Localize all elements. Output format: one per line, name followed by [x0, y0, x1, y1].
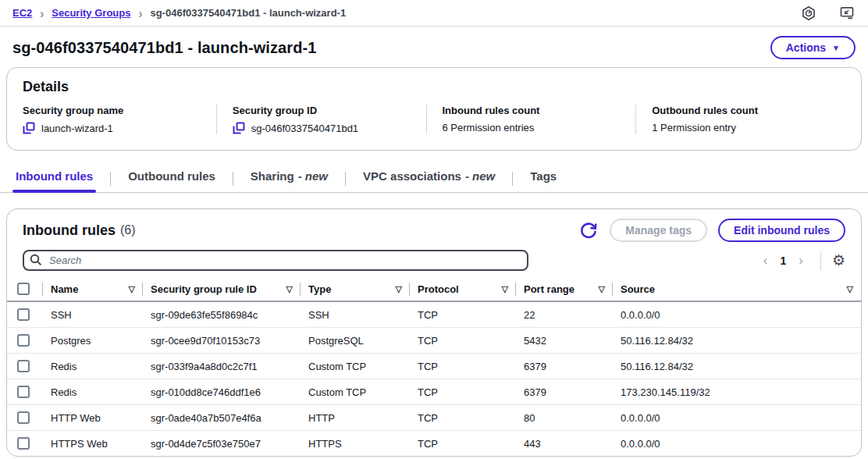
cell-name: Postgres — [43, 328, 143, 354]
chevron-right-icon: › — [40, 5, 44, 21]
tab-outbound-rules[interactable]: Outbound rules — [125, 163, 219, 192]
detail-inbound-rules-count: Inbound rules count 6 Permission entries — [426, 105, 636, 134]
tab-separator — [345, 172, 346, 186]
inbound-rules-table: Name▽ Security group rule ID▽ Type▽ Prot… — [7, 277, 861, 456]
cell-source: 0.0.0.0/0 — [613, 301, 861, 328]
column-header-type: Type — [308, 283, 331, 295]
cell-rule-id: sgr-0d4de7c5f03e750e7 — [143, 431, 301, 457]
next-page-button[interactable]: › — [792, 253, 809, 269]
breadcrumb: EC2 › Security Groups › sg-046f033754047… — [12, 6, 346, 20]
column-header-name: Name — [51, 283, 78, 295]
table-row[interactable]: Redis sgr-010dd8ce746ddf1e6 Custom TCP T… — [7, 379, 861, 405]
row-checkbox[interactable] — [17, 360, 30, 372]
divider — [820, 251, 821, 270]
cell-protocol: TCP — [410, 328, 516, 354]
cell-protocol: TCP — [410, 379, 516, 405]
row-checkbox[interactable] — [17, 411, 30, 424]
detail-label: Security group name — [23, 105, 216, 116]
tab-inbound-rules[interactable]: Inbound rules — [12, 163, 96, 192]
settings-gear-icon[interactable]: ⚙ — [832, 253, 845, 268]
cell-type: Custom TCP — [301, 379, 410, 405]
page-header: sg-046f0337540471bd1 - launch-wizard-1 A… — [0, 27, 868, 67]
manage-tags-label: Manage tags — [625, 224, 692, 237]
breadcrumb-current: sg-046f0337540471bd1 - launch-wizard-1 — [150, 7, 346, 19]
table-row[interactable]: SSH sgr-09de63fe55f86984c SSH TCP 22 0.0… — [7, 301, 861, 328]
cell-name: HTTP Web — [43, 405, 143, 431]
cell-port-range: 6379 — [516, 354, 613, 379]
panel-count: (6) — [120, 223, 136, 237]
cell-type: Custom TCP — [301, 354, 410, 379]
cell-port-range: 80 — [516, 405, 613, 431]
cell-source: 0.0.0.0/0 — [613, 431, 861, 457]
detail-security-group-name: Security group name launch-wizard-1 — [23, 105, 216, 134]
cell-rule-id: sgr-0cee9d70f10153c73 — [143, 328, 301, 354]
detail-value: sg-046f0337540471bd1 — [251, 123, 358, 134]
row-checkbox[interactable] — [17, 386, 30, 398]
history-hexagon-icon[interactable] — [801, 5, 816, 21]
column-header-port-range: Port range — [524, 283, 575, 295]
page-number[interactable]: 1 — [777, 254, 789, 267]
cell-name: HTTPS Web — [43, 431, 143, 457]
table-row[interactable]: Redis sgr-033f9a4a8d0c2c7f1 Custom TCP T… — [7, 354, 861, 379]
copy-icon[interactable] — [233, 122, 245, 134]
filter-icon[interactable]: ▽ — [282, 284, 293, 294]
cell-protocol: TCP — [410, 405, 516, 431]
cloudshell-terminal-icon[interactable] — [838, 5, 856, 21]
column-header-rule-id: Security group rule ID — [151, 283, 257, 295]
row-checkbox[interactable] — [17, 308, 30, 321]
tab-label[interactable]: Inbound rules — [12, 163, 96, 192]
cell-port-range: 443 — [516, 431, 613, 457]
tab-separator — [110, 172, 111, 186]
table-row[interactable]: HTTP Web sgr-0ade40a7b507e4f6a HTTP TCP … — [7, 405, 861, 431]
page-title: sg-046f0337540471bd1 - launch-wizard-1 — [12, 39, 317, 57]
detail-value: launch-wizard-1 — [41, 123, 113, 134]
refresh-button[interactable] — [578, 220, 599, 240]
filter-icon[interactable]: ▽ — [497, 284, 508, 294]
tab-label[interactable]: Outbound rules — [125, 163, 219, 192]
select-all-checkbox[interactable] — [17, 283, 30, 295]
filter-icon[interactable]: ▽ — [391, 284, 402, 294]
breadcrumb-ec2-link[interactable]: EC2 — [12, 7, 32, 19]
tab-label[interactable]: Sharing- new — [247, 163, 331, 192]
chevron-right-icon: › — [138, 5, 142, 21]
previous-page-button[interactable]: ‹ — [757, 253, 774, 269]
detail-label: Inbound rules count — [443, 105, 636, 116]
tab-tags[interactable]: Tags — [527, 163, 560, 192]
detail-outbound-rules-count: Outbound rules count 1 Permission entry — [635, 105, 845, 134]
new-badge: - new — [465, 169, 495, 183]
cell-rule-id: sgr-010dd8ce746ddf1e6 — [143, 379, 301, 405]
filter-icon[interactable]: ▽ — [842, 284, 853, 294]
cell-source: 50.116.12.84/32 — [613, 328, 861, 354]
tab-label[interactable]: Tags — [527, 163, 560, 192]
cell-source: 50.116.12.84/32 — [613, 354, 861, 379]
table-row[interactable]: HTTPS Web sgr-0d4de7c5f03e750e7 HTTPS TC… — [7, 431, 861, 457]
cell-rule-id: sgr-09de63fe55f86984c — [143, 301, 301, 328]
manage-tags-button[interactable]: Manage tags — [610, 219, 707, 242]
cell-port-range: 22 — [516, 301, 613, 328]
actions-button-label: Actions — [786, 41, 826, 54]
detail-security-group-id: Security group ID sg-046f0337540471bd1 — [216, 105, 426, 134]
cell-type: SSH — [301, 301, 410, 328]
cell-port-range: 6379 — [516, 379, 613, 405]
pagination: ‹ 1 › ⚙ — [757, 251, 845, 270]
ec2-security-group-page: EC2 › Security Groups › sg-046f033754047… — [0, 0, 868, 459]
search-input[interactable] — [23, 250, 528, 271]
tab-label[interactable]: VPC associations- new — [360, 163, 498, 192]
chevron-down-icon: ▼ — [832, 44, 840, 52]
row-checkbox[interactable] — [17, 334, 30, 347]
tab-sharing[interactable]: Sharing- new — [247, 163, 331, 192]
cell-type: HTTPS — [301, 431, 410, 457]
filter-icon[interactable]: ▽ — [124, 284, 135, 294]
edit-inbound-rules-button[interactable]: Edit inbound rules — [718, 219, 845, 242]
search-icon — [30, 254, 42, 269]
column-header-source: Source — [621, 283, 655, 295]
cell-source: 0.0.0.0/0 — [613, 405, 861, 431]
breadcrumb-security-groups-link[interactable]: Security Groups — [52, 7, 130, 19]
actions-button[interactable]: Actions ▼ — [770, 36, 856, 59]
filter-icon[interactable]: ▽ — [594, 284, 605, 294]
row-checkbox[interactable] — [17, 437, 30, 450]
tab-vpc-associations[interactable]: VPC associations- new — [360, 163, 498, 192]
cell-name: SSH — [43, 301, 143, 328]
table-row[interactable]: Postgres sgr-0cee9d70f10153c73 PostgreSQ… — [7, 328, 861, 354]
copy-icon[interactable] — [23, 122, 35, 134]
